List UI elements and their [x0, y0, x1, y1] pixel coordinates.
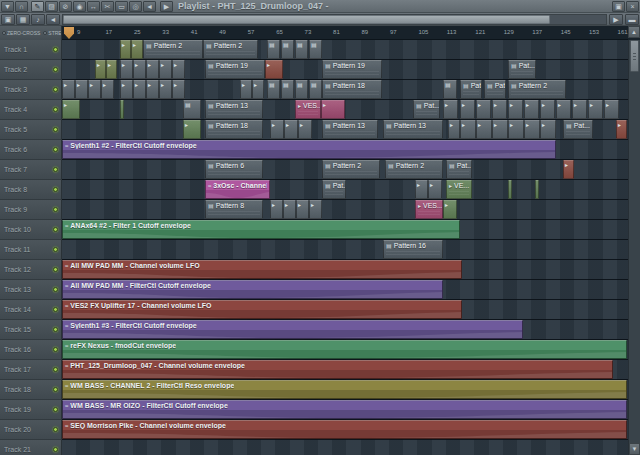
track-mute-led[interactable] — [53, 367, 58, 372]
close-button[interactable]: × — [626, 1, 639, 12]
audio-cell-clip[interactable]: ▸ — [172, 60, 185, 79]
track-mute-led[interactable] — [53, 107, 58, 112]
audio-cell-clip[interactable] — [120, 100, 124, 119]
audio-cell-clip[interactable]: ▸ — [476, 100, 491, 119]
audio-cell-clip[interactable] — [535, 180, 539, 199]
audio-cell-clip[interactable]: ▸ — [572, 100, 587, 119]
automation-clip[interactable]: ≈All MW PAD MM - FilterCtl Cutoff envelo… — [62, 280, 443, 299]
audio-cell-clip[interactable]: ▸ — [563, 160, 574, 179]
audio-cell-clip[interactable]: ▸ — [556, 100, 571, 119]
track-header-11[interactable]: Track 11 — [0, 240, 62, 260]
audio-cell-clip[interactable]: ▸ — [183, 120, 201, 139]
automation-clip[interactable]: ≈WM BASS - MR OIZO - FilterCtl Cutoff en… — [62, 400, 627, 419]
find-button[interactable]: ♪ — [31, 14, 45, 25]
audio-cell-clip[interactable]: ▸ — [443, 200, 457, 219]
pattern-cell-clip[interactable]: ▤ — [183, 100, 201, 119]
pattern-cell-clip[interactable]: ▤ — [309, 40, 322, 59]
track-mute-led[interactable] — [53, 287, 58, 292]
audio-cell-clip[interactable]: ▸ — [508, 120, 524, 139]
audio-cell-clip[interactable]: ▸ — [146, 60, 159, 79]
audio-cell-clip[interactable]: ▸ — [298, 120, 312, 139]
pattern-clip[interactable]: ▤Pattern 2 — [508, 80, 566, 99]
pattern-clip[interactable]: ▤Pat... — [508, 60, 536, 79]
track-header-3[interactable]: Track 3 — [0, 80, 62, 100]
overflow-button[interactable]: ▬ — [625, 14, 639, 25]
pattern-clip[interactable]: ▤Pattern 16 — [383, 240, 443, 259]
vertical-scrollbar[interactable]: ▼ — [628, 40, 640, 455]
slip-tool-button[interactable]: ↔ — [87, 1, 100, 12]
horizontal-scrollbar[interactable] — [62, 14, 607, 25]
track-header-21[interactable]: Track 21 — [0, 440, 62, 455]
pattern-cell-clip[interactable]: ▤ — [295, 80, 308, 99]
detach-arrow-icon[interactable]: ▶ — [160, 1, 173, 12]
track-header-14[interactable]: Track 14 — [0, 300, 62, 320]
track-mute-led[interactable] — [53, 427, 58, 432]
pattern-clip[interactable]: ▤Pattern 2 — [143, 40, 203, 59]
automation-clip[interactable]: ≈Sylenth1 #3 - FilterCtl Cutoff envelope — [62, 320, 523, 339]
audio-cell-clip[interactable]: ▸ — [133, 80, 146, 99]
playlist-grid[interactable]: ▸▸▤Pattern 2▤Pattern 2▤▤▤▤▸▸▸▸▸▸▸▤Patter… — [62, 40, 628, 455]
automation-clip[interactable]: ≈Sylenth1 #2 - FilterCtl Cutoff envelope — [62, 140, 556, 159]
pattern-clip[interactable]: ▸VES... — [295, 100, 321, 119]
audio-cell-clip[interactable]: ▸ — [101, 80, 114, 99]
titlebar[interactable]: ▼ ∩ ✎▨⊘◉↔✂▭◎◄ ▶ Playlist - PHT_125_Druml… — [0, 0, 640, 13]
pattern-clip[interactable]: ▤Pat... — [322, 180, 346, 199]
pattern-clip[interactable]: ▤Pattern 19 — [205, 60, 265, 79]
picker-panel-button[interactable]: ▣ — [1, 14, 15, 25]
pattern-cell-clip[interactable]: ▤ — [281, 80, 294, 99]
start-marker-icon[interactable] — [64, 27, 74, 39]
track-mute-led[interactable] — [53, 347, 58, 352]
automation-clip[interactable]: ≈ANAx64 #2 - Filter 1 Cutoff envelope — [62, 220, 460, 239]
audio-cell-clip[interactable]: ▸ — [172, 80, 185, 99]
pattern-cell-clip[interactable]: ▤ — [295, 40, 308, 59]
automation-clip[interactable]: ≈All MW PAD MM - Channel volume LFO — [62, 260, 462, 279]
vertical-scrollbar-thumb[interactable] — [630, 40, 639, 72]
audio-cell-clip[interactable]: ▸ — [460, 120, 476, 139]
timeline-ruler[interactable]: 9172533414957657381899710511312112913714… — [62, 26, 628, 40]
track-mute-led[interactable] — [53, 47, 58, 52]
audio-cell-clip[interactable]: ▸ — [283, 200, 296, 219]
pattern-clip[interactable]: ▤Pattern 2 — [385, 160, 443, 179]
track-header-15[interactable]: Track 15 — [0, 320, 62, 340]
pattern-clip[interactable]: ▤Pat... — [460, 80, 482, 99]
scroll-down-button[interactable]: ▼ — [629, 443, 640, 455]
audio-cell-clip[interactable]: ▸ — [270, 120, 284, 139]
audio-cell-clip[interactable]: ▸ — [159, 80, 172, 99]
track-header-18[interactable]: Track 18 — [0, 380, 62, 400]
audio-cell-clip[interactable]: ▸ — [492, 100, 507, 119]
slice-tool-button[interactable]: ✂ — [101, 1, 114, 12]
track-header-20[interactable]: Track 20 — [0, 420, 62, 440]
pattern-clip[interactable]: ▤Pattern 13 — [383, 120, 443, 139]
audio-cell-clip[interactable]: ▸ — [120, 80, 133, 99]
track-header-9[interactable]: Track 9 — [0, 200, 62, 220]
pattern-clip[interactable]: ▤Pat... — [413, 100, 440, 119]
track-mute-led[interactable] — [53, 147, 58, 152]
mute-tool-button[interactable]: ◉ — [73, 1, 86, 12]
track-mute-led[interactable] — [53, 87, 58, 92]
track-mute-led[interactable] — [53, 307, 58, 312]
pattern-clip[interactable]: ▤Pattern 6 — [205, 160, 263, 179]
horizontal-scrollbar-thumb[interactable] — [63, 15, 550, 24]
track-header-17[interactable]: Track 17 — [0, 360, 62, 380]
track-header-19[interactable]: Track 19 — [0, 400, 62, 420]
automation-clip[interactable]: ≈3xOsc - Channel ... — [205, 180, 270, 199]
track-mute-led[interactable] — [53, 267, 58, 272]
audio-cell-clip[interactable]: ▸ — [95, 60, 106, 79]
track-mute-led[interactable] — [53, 227, 58, 232]
audio-cell-clip[interactable]: ▸ — [146, 80, 159, 99]
track-header-2[interactable]: Track 2 — [0, 60, 62, 80]
audio-cell-clip[interactable]: ▸ — [476, 120, 492, 139]
scroll-up-button[interactable]: ▲ — [628, 26, 640, 38]
track-header-6[interactable]: Track 6 — [0, 140, 62, 160]
audio-cell-clip[interactable]: ▸ — [296, 200, 309, 219]
option-toggle-stretch[interactable]: STRETCH — [43, 30, 62, 36]
pattern-clip[interactable]: ▤Pat... — [563, 120, 593, 139]
pattern-clip[interactable]: ▤Pattern 19 — [322, 60, 382, 79]
track-mute-led[interactable] — [53, 247, 58, 252]
audio-cell-clip[interactable]: ▸ — [120, 40, 131, 59]
audio-cell-clip[interactable]: ▸ — [159, 60, 172, 79]
automation-clip[interactable]: ≈SEQ Morrison Pike - Channel volume enve… — [62, 420, 627, 439]
restore-button[interactable]: ▣ — [612, 1, 625, 12]
track-mute-led[interactable] — [53, 187, 58, 192]
pattern-clip[interactable]: ▸VES... — [415, 200, 443, 219]
